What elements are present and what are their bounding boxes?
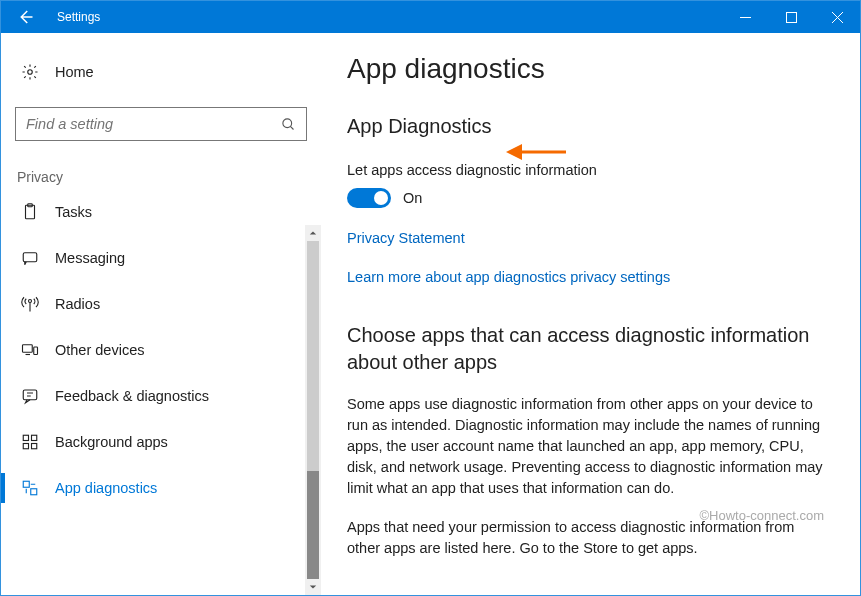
svg-rect-13 [32, 444, 37, 449]
minimize-button[interactable] [722, 1, 768, 33]
sidebar-item-label: Messaging [55, 250, 125, 266]
svg-point-6 [29, 300, 32, 303]
privacy-statement-link[interactable]: Privacy Statement [347, 230, 465, 246]
sidebar-item-background-apps[interactable]: Background apps [15, 419, 307, 465]
sidebar-item-label: Tasks [55, 204, 92, 220]
sidebar-item-radios[interactable]: Radios [15, 281, 307, 327]
svg-rect-15 [31, 489, 37, 495]
titlebar: Settings [1, 1, 860, 33]
gear-icon [21, 63, 39, 81]
scroll-up-arrow[interactable] [305, 225, 321, 241]
back-arrow-icon [16, 8, 34, 26]
diagnostics-toggle[interactable] [347, 188, 391, 208]
sidebar-item-other-devices[interactable]: Other devices [15, 327, 307, 373]
sidebar-item-label: Radios [55, 296, 100, 312]
toggle-row: On [347, 188, 824, 208]
svg-rect-7 [23, 345, 33, 353]
svg-rect-12 [23, 444, 28, 449]
search-input[interactable] [26, 116, 266, 132]
content-area: Home Privacy Tasks Messaging Radios Othe… [1, 33, 860, 595]
sidebar-item-app-diagnostics[interactable]: App diagnostics [15, 465, 307, 511]
main-panel: App diagnostics App Diagnostics Let apps… [321, 33, 860, 595]
svg-point-2 [283, 118, 292, 127]
nav-list: Tasks Messaging Radios Other devices Fee… [15, 189, 307, 511]
close-icon [832, 12, 843, 23]
sidebar: Home Privacy Tasks Messaging Radios Othe… [1, 33, 321, 595]
sidebar-item-label: App diagnostics [55, 480, 157, 496]
svg-rect-14 [23, 481, 29, 487]
svg-rect-11 [32, 435, 37, 440]
scroll-thumb[interactable] [307, 241, 319, 471]
search-icon [281, 117, 296, 132]
svg-rect-9 [23, 390, 37, 400]
sidebar-scrollbar[interactable] [305, 225, 321, 595]
sidebar-item-tasks[interactable]: Tasks [15, 189, 307, 235]
diag-icon [21, 479, 39, 497]
scroll-thumb-dark[interactable] [307, 471, 319, 579]
watermark: ©Howto-connect.com [700, 508, 824, 523]
home-nav[interactable]: Home [15, 53, 307, 91]
toggle-label: Let apps access diagnostic information [347, 162, 824, 178]
svg-point-1 [28, 70, 33, 75]
svg-rect-10 [23, 435, 28, 440]
svg-rect-5 [23, 253, 37, 262]
minimize-icon [740, 12, 751, 23]
grid-icon [21, 433, 39, 451]
clipboard-icon [21, 203, 39, 221]
home-label: Home [55, 64, 94, 80]
search-box[interactable] [15, 107, 307, 141]
description-1: Some apps use diagnostic information fro… [347, 394, 824, 499]
toggle-state: On [403, 190, 422, 206]
learn-more-link[interactable]: Learn more about app diagnostics privacy… [347, 269, 670, 285]
radio-icon [21, 295, 39, 313]
back-button[interactable] [1, 1, 49, 33]
close-button[interactable] [814, 1, 860, 33]
sidebar-item-label: Background apps [55, 434, 168, 450]
toggle-knob [374, 191, 388, 205]
svg-rect-8 [34, 347, 38, 355]
description-2: Apps that need your permission to access… [347, 517, 824, 559]
section-title: App Diagnostics [347, 115, 824, 138]
message-icon [21, 249, 39, 267]
sidebar-item-label: Feedback & diagnostics [55, 388, 209, 404]
sidebar-item-messaging[interactable]: Messaging [15, 235, 307, 281]
page-title: App diagnostics [347, 53, 824, 85]
sidebar-item-label: Other devices [55, 342, 144, 358]
sidebar-item-feedback[interactable]: Feedback & diagnostics [15, 373, 307, 419]
category-heading: Privacy [15, 169, 307, 185]
scroll-down-arrow[interactable] [305, 579, 321, 595]
window-controls [722, 1, 860, 33]
feedback-icon [21, 387, 39, 405]
maximize-button[interactable] [768, 1, 814, 33]
choose-apps-heading: Choose apps that can access diagnostic i… [347, 322, 824, 376]
maximize-icon [786, 12, 797, 23]
svg-rect-0 [786, 12, 796, 22]
devices-icon [21, 341, 39, 359]
window-title: Settings [57, 10, 100, 24]
